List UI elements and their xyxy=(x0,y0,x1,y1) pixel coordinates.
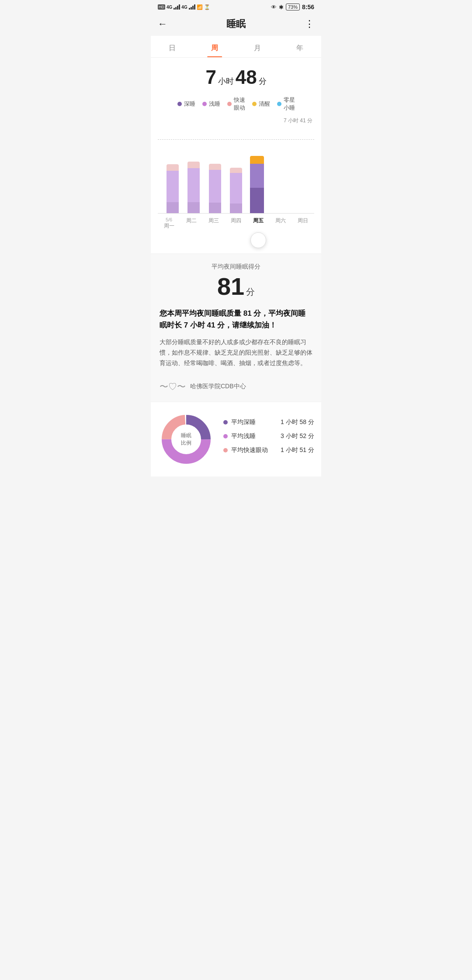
score-display: 81 分 xyxy=(158,274,314,299)
status-bar: HD 4G 4G 📶 ⏳ 👁 ✱ 73% 8:56 xyxy=(151,0,321,12)
back-button[interactable]: ← xyxy=(158,18,167,30)
day-label-wed: 周三 xyxy=(202,217,225,230)
battery-indicator: 73% xyxy=(286,3,300,10)
rem-sleep-stat-dot xyxy=(223,448,228,452)
day-label-sat: 周六 xyxy=(270,217,292,230)
day-label-fri: 周五 xyxy=(247,217,270,230)
bluetooth-icon: ✱ xyxy=(279,4,284,10)
sleep-hours: 7 xyxy=(205,66,216,88)
awake-dot xyxy=(252,102,257,106)
ecg-icon: 〜♡〜 xyxy=(160,381,186,393)
sleep-minutes: 48 xyxy=(236,66,257,88)
harvard-badge: 〜♡〜 哈佛医学院CDB中心 xyxy=(160,376,312,393)
tab-year[interactable]: 年 xyxy=(288,40,312,57)
deep-sleep-stat-value: 1 小时 58 分 xyxy=(281,418,314,426)
score-unit: 分 xyxy=(246,287,255,297)
tab-week[interactable]: 周 xyxy=(202,40,227,57)
legend-rem: 快速 眼动 xyxy=(227,96,245,112)
score-value: 81 xyxy=(217,273,244,300)
active-day-circle xyxy=(250,232,266,248)
deep-sleep-stat-dot xyxy=(223,420,228,424)
more-menu-button[interactable]: ⋮ xyxy=(305,18,314,30)
score-label: 平均夜间睡眠得分 xyxy=(158,263,314,271)
pie-center-label: 睡眠 比例 xyxy=(181,432,191,447)
hd1-badge: HD xyxy=(158,4,165,10)
legend-deep: 深睡 xyxy=(177,96,195,112)
main-content: 7 小时 48 分 深睡 浅睡 快速 眼动 清醒 零星 小睡 7 小时 41 分 xyxy=(151,58,321,253)
deep-sleep-stat-label: 平均深睡 xyxy=(231,418,277,426)
chart-wrapper xyxy=(158,126,314,214)
day-label-sun: 周日 xyxy=(292,217,314,230)
hourglass-icon: ⏳ xyxy=(204,4,210,10)
minutes-unit: 分 xyxy=(259,77,267,86)
stat-light-sleep: 平均浅睡 3 小时 52 分 xyxy=(223,432,314,440)
rem-sleep-dot xyxy=(227,102,232,106)
sleep-legend: 深睡 浅睡 快速 眼动 清醒 零星 小睡 xyxy=(151,93,321,117)
signal-4g-1: 4G xyxy=(167,5,172,10)
sleep-stats-list: 平均深睡 1 小时 58 分 平均浅睡 3 小时 52 分 平均快速眼动 1 小… xyxy=(223,418,314,460)
light-sleep-stat-label: 平均浅睡 xyxy=(231,432,277,440)
sleep-duration: 7 小时 48 分 xyxy=(151,58,321,93)
awake-label: 清醒 xyxy=(259,100,270,108)
wifi-icon: 📶 xyxy=(197,4,203,10)
deep-sleep-dot xyxy=(177,102,182,106)
light-sleep-stat-dot xyxy=(223,434,228,438)
desc-sub: 大部分睡眠质量不好的人或多或少都存在不良的睡眠习惯，如作息不规律、缺乏充足的阳光… xyxy=(160,337,312,368)
light-sleep-label: 浅睡 xyxy=(209,100,220,108)
rem-sleep-label: 快速 眼动 xyxy=(234,96,245,112)
description-section: 您本周平均夜间睡眠质量 81 分，平均夜间睡眠时长 7 小时 41 分，请继续加… xyxy=(151,307,321,401)
day-labels: 5/6 周一 周二 周三 周四 周五 周六 周日 xyxy=(151,214,321,230)
date-mon: 5/6 xyxy=(158,217,180,222)
legend-light: 浅睡 xyxy=(202,96,220,112)
deep-sleep-label: 深睡 xyxy=(184,100,195,108)
status-right: 👁 ✱ 73% 8:56 xyxy=(271,3,314,10)
page-title: 睡眠 xyxy=(226,17,246,31)
tab-bar: 日 周 月 年 xyxy=(151,36,321,58)
rem-sleep-stat-value: 1 小时 51 分 xyxy=(281,446,314,454)
sleep-pie-chart: 睡眠 比例 xyxy=(158,411,215,468)
harvard-source: 哈佛医学院CDB中心 xyxy=(190,383,246,390)
signal-bars-1 xyxy=(174,4,180,10)
eye-icon: 👁 xyxy=(271,4,277,10)
nap-label: 零星 小睡 xyxy=(284,96,295,112)
signal-4g-2: 4G xyxy=(181,5,187,10)
status-left: HD 4G 4G 📶 ⏳ xyxy=(158,4,210,10)
tab-month[interactable]: 月 xyxy=(245,40,270,57)
tab-day[interactable]: 日 xyxy=(160,40,184,57)
avg-line xyxy=(158,139,314,140)
day-label-thu: 周四 xyxy=(225,217,247,230)
signal-bars-2 xyxy=(189,4,195,10)
hours-unit: 小时 xyxy=(218,77,234,86)
stat-deep-sleep: 平均深睡 1 小时 58 分 xyxy=(223,418,314,426)
indicator-fri xyxy=(247,232,270,248)
desc-main: 您本周平均夜间睡眠质量 81 分，平均夜间睡眠时长 7 小时 41 分，请继续加… xyxy=(160,307,312,331)
legend-nap: 零星 小睡 xyxy=(277,96,295,112)
legend-awake: 清醒 xyxy=(252,96,270,112)
rem-sleep-stat-label: 平均快速眼动 xyxy=(231,446,277,454)
stat-rem-sleep: 平均快速眼动 1 小时 51 分 xyxy=(223,446,314,454)
day-label-tue: 周二 xyxy=(180,217,202,230)
avg-label: 7 小时 41 分 xyxy=(158,117,314,124)
nap-dot xyxy=(277,102,281,106)
score-section: 平均夜间睡眠得分 81 分 xyxy=(151,254,321,307)
sleep-chart: 7 小时 41 分 xyxy=(151,117,321,214)
day-indicator-row xyxy=(151,230,321,253)
light-sleep-stat-value: 3 小时 52 分 xyxy=(281,432,314,440)
pie-section: 睡眠 比例 平均深睡 1 小时 58 分 平均浅睡 3 小时 52 分 平均快速… xyxy=(151,402,321,476)
clock-time: 8:56 xyxy=(302,3,314,10)
day-label-mon: 5/6 周一 xyxy=(158,217,180,230)
light-sleep-dot xyxy=(202,102,207,106)
header: ← 睡眠 ⋮ xyxy=(151,12,321,36)
